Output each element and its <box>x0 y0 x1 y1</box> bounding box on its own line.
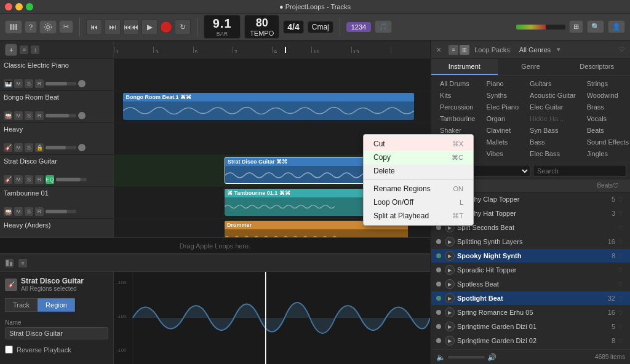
cut-tool-button[interactable]: ✂ <box>59 20 73 33</box>
solo-button[interactable]: S <box>25 79 33 88</box>
cat-clavinet[interactable]: Clavinet <box>481 125 524 136</box>
cat-elec-guitar[interactable]: Elec Guitar <box>525 101 581 113</box>
fast-forward-button[interactable]: ⏭ <box>105 19 121 35</box>
loop-item-play-button[interactable]: ▶ <box>445 307 455 317</box>
mute-button[interactable]: M <box>14 79 23 88</box>
cat-bass[interactable]: Bass <box>525 136 581 148</box>
cat-guitars[interactable]: Guitars <box>525 78 581 89</box>
time-signature-display[interactable]: 4/4 <box>283 20 303 34</box>
close-button[interactable] <box>5 3 12 10</box>
track-pan-knob[interactable] <box>78 144 86 151</box>
loop-item-favorite-button[interactable]: ♡ <box>615 239 625 245</box>
context-menu-split[interactable]: Split at Playhead ⌘T <box>364 209 473 223</box>
cat-jingles[interactable]: Jingles <box>582 148 630 159</box>
cat-acoustic-guitar[interactable]: Acoustic Guitar <box>525 90 581 101</box>
solo-button[interactable]: S <box>25 143 33 152</box>
reverse-playback-checkbox[interactable] <box>5 346 13 354</box>
track-pan-knob[interactable] <box>78 112 86 119</box>
track-volume-slider[interactable] <box>46 210 76 213</box>
drag-loops-zone[interactable]: Drag Apple Loops here. <box>0 237 430 253</box>
loop-item-play-button[interactable]: ▶ <box>445 293 455 303</box>
loop-list-item[interactable]: ▶Spooky Night Synth8♡ <box>431 249 630 263</box>
cat-kits[interactable]: Kits <box>435 90 480 101</box>
cat-tambourine[interactable]: Tambourine <box>435 113 480 124</box>
cat-elec-piano[interactable]: Elec Piano <box>481 101 524 113</box>
tempo-display[interactable]: 80 TEMPO <box>244 15 279 39</box>
loop-list-item[interactable]: ▶Spotlight Beat32♡ <box>431 291 630 306</box>
tab-instrument[interactable]: Instrument <box>431 59 498 75</box>
loop-item-favorite-button[interactable]: ♡ <box>615 281 625 288</box>
loop-item-favorite-button[interactable]: ♡ <box>615 253 625 259</box>
tab-track[interactable]: Track <box>5 298 38 312</box>
track-pan-knob[interactable] <box>78 80 86 87</box>
tab-genre[interactable]: Genre <box>498 59 564 75</box>
mute-button[interactable]: M <box>14 175 23 184</box>
track-volume-slider[interactable] <box>46 114 76 117</box>
solo-button[interactable]: S <box>25 111 33 120</box>
clip-bongo-room-beat[interactable]: Bongo Room Beat.1 ⌘⌘ <box>123 93 414 120</box>
tab-region[interactable]: Region <box>38 298 75 312</box>
context-menu-cut[interactable]: Cut ⌘X <box>364 137 473 151</box>
context-menu-delete[interactable]: Delete <box>364 164 473 178</box>
add-track-button[interactable]: + <box>5 44 17 56</box>
key-display[interactable]: Cmaj <box>308 21 333 33</box>
loop-list-item[interactable]: ▶Sporadic Hit Topper♡ <box>431 263 630 277</box>
mute-button[interactable]: M <box>14 207 23 216</box>
record-arm-button[interactable]: R <box>35 207 44 216</box>
bottom-field-value[interactable]: Strat Disco Guitar <box>5 327 108 339</box>
mute-button[interactable]: M <box>14 111 23 120</box>
cat-vibes[interactable]: Vibes <box>481 148 524 159</box>
metronome-button[interactable]: 🎵 <box>375 20 392 33</box>
track-volume-slider[interactable] <box>56 178 87 181</box>
loop-item-favorite-button[interactable]: ♡ <box>615 224 625 231</box>
cat-brass[interactable]: Brass <box>582 101 630 113</box>
volume-slider[interactable] <box>448 356 485 358</box>
track-volume-slider[interactable] <box>46 146 76 149</box>
cat-piano[interactable]: Piano <box>481 78 524 89</box>
loop-list-item[interactable]: ▶Spring Romance Erhu 0516♡ <box>431 306 630 320</box>
cat-percussion[interactable]: Percussion <box>435 101 480 113</box>
loop-item-favorite-button[interactable]: ♡ <box>615 267 625 274</box>
loop-item-play-button[interactable]: ▶ <box>445 265 455 275</box>
share-button[interactable]: 👤 <box>608 20 625 33</box>
loop-item-favorite-button[interactable]: ♡ <box>615 323 625 330</box>
settings-button[interactable] <box>39 20 57 34</box>
loop-browser-grid-icon[interactable]: ⊞ <box>460 45 469 55</box>
record-arm-button[interactable]: R <box>35 111 44 120</box>
loop-item-favorite-button[interactable]: ♡ <box>615 309 625 316</box>
search-button[interactable]: 🔍 <box>587 20 604 33</box>
minimize-button[interactable] <box>15 3 23 10</box>
tab-descriptors[interactable]: Descriptors <box>564 59 630 75</box>
cat-all-drums[interactable]: All Drums <box>435 78 480 89</box>
maximize-button[interactable] <box>26 3 33 10</box>
cat-strings[interactable]: Strings <box>582 78 630 89</box>
rewind-button[interactable]: ⏮ <box>86 19 102 35</box>
cat-synths[interactable]: Synths <box>481 90 524 101</box>
loop-packs-value[interactable]: All Genres <box>519 46 551 53</box>
cat-sound-effects[interactable]: Sound Effects <box>582 136 630 148</box>
loop-browser-close-button[interactable]: × <box>436 45 441 55</box>
loop-browser-heart-icon[interactable]: ♡ <box>619 46 625 53</box>
track-content-classic-electric-piano[interactable] <box>114 59 430 90</box>
cat-vocals[interactable]: Vocals <box>582 113 630 124</box>
context-menu-copy[interactable]: Copy ⌘C <box>364 151 473 164</box>
loop-list-item[interactable]: ▶Splitting Synth Layers16♡ <box>431 235 630 249</box>
cat-syn-bass[interactable]: Syn Bass <box>525 125 581 136</box>
mute-button[interactable]: M <box>14 143 23 152</box>
cat-woodwind[interactable]: Woodwind <box>582 90 630 101</box>
loop-item-play-button[interactable]: ▶ <box>445 237 455 247</box>
cycle-button[interactable]: ↻ <box>175 19 191 35</box>
loop-item-favorite-button[interactable]: ♡ <box>615 210 625 217</box>
loop-item-play-button[interactable]: ▶ <box>445 279 455 289</box>
record-arm-button[interactable]: R <box>35 175 44 184</box>
go-to-start-button[interactable]: ⏮⏮ <box>123 19 139 35</box>
loop-item-play-button[interactable]: ▶ <box>445 251 455 261</box>
cat-mallets[interactable]: Mallets <box>481 136 524 148</box>
loop-list-item[interactable]: ▶Spotless Beat♡ <box>431 277 630 291</box>
context-menu-loop[interactable]: Loop On/Off L <box>364 196 473 209</box>
loop-item-play-button[interactable]: ▶ <box>445 322 455 331</box>
loop-browser-list-icon[interactable]: ≡ <box>449 45 458 55</box>
cat-beats[interactable]: Beats <box>582 125 630 136</box>
track-content-bongo[interactable]: Bongo Room Beat.1 ⌘⌘ <box>114 91 430 122</box>
cat-organ[interactable]: Organ <box>481 113 524 124</box>
